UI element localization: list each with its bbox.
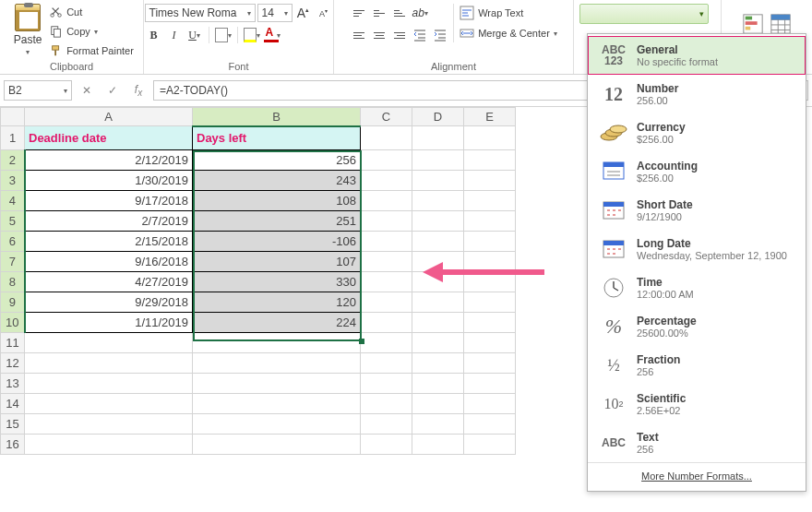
cell[interactable]: 108 xyxy=(193,191,361,211)
cell[interactable] xyxy=(361,414,412,435)
format-option-currency[interactable]: Currency$256.00 xyxy=(588,113,806,152)
cell[interactable] xyxy=(412,414,464,435)
cell[interactable] xyxy=(412,313,464,333)
row-header[interactable]: 3 xyxy=(1,171,25,191)
cell[interactable] xyxy=(412,126,464,150)
cell[interactable] xyxy=(412,211,464,232)
wrap-text-button[interactable]: Wrap Text xyxy=(460,4,557,22)
row-header[interactable]: 16 xyxy=(1,435,25,455)
cell[interactable]: 9/17/2018 xyxy=(25,191,193,211)
copy-button[interactable]: Copy ▾ xyxy=(50,23,134,40)
fill-color-button[interactable]: ▾ xyxy=(243,26,261,44)
row-header[interactable]: 4 xyxy=(1,191,25,211)
paste-button[interactable]: Paste ▾ xyxy=(9,4,46,56)
format-option-time[interactable]: Time12:00:00 AM xyxy=(588,268,806,307)
cell[interactable]: 2/15/2018 xyxy=(25,232,193,252)
cell[interactable]: 2/12/2019 xyxy=(25,150,193,171)
cell[interactable] xyxy=(361,292,412,313)
cell[interactable] xyxy=(193,414,361,435)
col-header-B[interactable]: B xyxy=(193,108,361,126)
cell[interactable]: 256 xyxy=(193,150,361,171)
cell[interactable] xyxy=(361,374,412,394)
col-header-A[interactable]: A xyxy=(25,108,193,126)
cell[interactable]: Deadline date xyxy=(25,126,193,150)
format-option-longdate[interactable]: Long DateWednesday, September 12, 1900 xyxy=(588,230,806,268)
row-header[interactable]: 10 xyxy=(1,313,25,333)
name-box[interactable]: B2 ▾ xyxy=(4,80,72,101)
cell[interactable] xyxy=(464,292,516,313)
cell[interactable] xyxy=(193,374,361,394)
format-option-general[interactable]: ABC123 GeneralNo specific format xyxy=(588,36,806,75)
cell[interactable] xyxy=(412,191,464,211)
cell[interactable] xyxy=(361,313,412,333)
more-number-formats-link[interactable]: More Number Formats... xyxy=(588,462,806,489)
cell[interactable] xyxy=(412,292,464,313)
format-option-scientific[interactable]: 102 Scientific2.56E+02 xyxy=(588,385,806,423)
format-option-percentage[interactable]: % Percentage25600.00% xyxy=(588,307,806,346)
number-format-dropdown[interactable] xyxy=(579,4,709,24)
cell[interactable] xyxy=(361,353,412,374)
cell[interactable]: Days left xyxy=(193,126,361,150)
row-header[interactable]: 12 xyxy=(1,353,25,374)
cell[interactable] xyxy=(25,333,193,353)
row-header[interactable]: 14 xyxy=(1,394,25,414)
cell[interactable] xyxy=(412,333,464,353)
row-header[interactable]: 1 xyxy=(1,126,25,150)
cell[interactable] xyxy=(412,353,464,374)
cell[interactable] xyxy=(361,394,412,414)
merge-center-button[interactable]: Merge & Center ▾ xyxy=(460,24,557,42)
row-header[interactable]: 15 xyxy=(1,414,25,435)
cell[interactable]: 9/16/2018 xyxy=(25,252,193,272)
format-option-shortdate[interactable]: Short Date9/12/1900 xyxy=(588,191,806,230)
cell[interactable]: 330 xyxy=(193,272,361,292)
cancel-formula-button[interactable]: ✕ xyxy=(76,80,98,101)
cell[interactable] xyxy=(464,374,516,394)
cell[interactable] xyxy=(361,150,412,171)
shrink-font-button[interactable]: A▾ xyxy=(315,4,333,22)
cell[interactable] xyxy=(25,435,193,455)
font-name-dropdown[interactable]: Times New Roma▾ xyxy=(145,4,256,22)
cell[interactable] xyxy=(361,252,412,272)
cell[interactable] xyxy=(193,353,361,374)
format-option-accounting[interactable]: Accounting$256.00 xyxy=(588,152,806,191)
cell[interactable] xyxy=(361,272,412,292)
cell[interactable]: -106 xyxy=(193,232,361,252)
cell[interactable] xyxy=(25,374,193,394)
cell[interactable] xyxy=(193,394,361,414)
cell[interactable] xyxy=(193,333,361,353)
cell[interactable] xyxy=(412,232,464,252)
cell[interactable] xyxy=(464,150,516,171)
cell[interactable] xyxy=(193,435,361,455)
cell[interactable]: 120 xyxy=(193,292,361,313)
cell[interactable] xyxy=(464,353,516,374)
cell[interactable] xyxy=(412,435,464,455)
row-header[interactable]: 8 xyxy=(1,272,25,292)
cell[interactable] xyxy=(361,191,412,211)
cell[interactable] xyxy=(464,232,516,252)
cell[interactable] xyxy=(464,171,516,191)
underline-button[interactable]: U▾ xyxy=(185,26,204,44)
col-header-D[interactable]: D xyxy=(412,108,464,126)
cell[interactable] xyxy=(464,126,516,150)
row-header[interactable]: 11 xyxy=(1,333,25,353)
font-size-dropdown[interactable]: 14▾ xyxy=(257,4,293,22)
cell[interactable]: 243 xyxy=(193,171,361,191)
orientation-button[interactable]: ab▾ xyxy=(411,4,429,22)
cut-button[interactable]: Cut xyxy=(50,4,134,20)
cell[interactable] xyxy=(412,374,464,394)
cell[interactable]: 1/30/2019 xyxy=(25,171,193,191)
fill-handle[interactable] xyxy=(359,339,364,344)
decrease-indent-button[interactable] xyxy=(411,26,429,44)
grow-font-button[interactable]: A▴ xyxy=(294,4,313,22)
col-header-C[interactable]: C xyxy=(361,108,412,126)
cell[interactable]: 9/29/2018 xyxy=(25,292,193,313)
align-bottom-button[interactable] xyxy=(390,4,409,22)
cell[interactable] xyxy=(25,414,193,435)
cell[interactable] xyxy=(361,211,412,232)
align-top-button[interactable] xyxy=(350,4,368,22)
row-header[interactable]: 5 xyxy=(1,211,25,232)
cell[interactable] xyxy=(464,333,516,353)
row-header[interactable]: 7 xyxy=(1,252,25,272)
cell[interactable] xyxy=(361,435,412,455)
align-left-button[interactable] xyxy=(350,26,368,44)
